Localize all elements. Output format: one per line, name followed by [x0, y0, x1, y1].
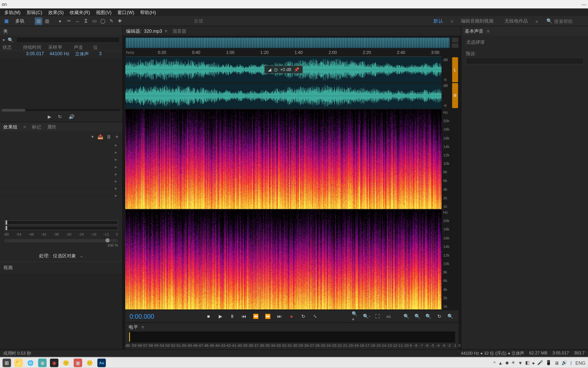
editor-tab-menu-icon[interactable]: ≡	[165, 28, 167, 33]
levels-meter[interactable]	[129, 331, 455, 342]
tab-properties[interactable]: 属性	[47, 124, 56, 130]
move-tool-icon[interactable]: ▸	[57, 17, 64, 25]
minimize-icon[interactable]: —	[582, 2, 586, 7]
process-dropdown[interactable]: 仅选区对象	[53, 252, 76, 259]
tray-bluetooth-icon[interactable]: ᛒ	[570, 360, 573, 365]
save-preset-icon[interactable]: 📥	[97, 134, 103, 139]
channel-label-right[interactable]: R	[452, 83, 458, 108]
stop-button[interactable]: ■	[205, 312, 212, 320]
razor-tool-icon[interactable]: ✂	[65, 17, 73, 25]
workspace-tab-radio[interactable]: 无线电作品	[501, 16, 531, 26]
waveform-channel-right[interactable]	[125, 83, 442, 109]
taskbar-app-icon[interactable]: ◉	[38, 358, 46, 367]
files-scrollbar[interactable]	[2, 109, 121, 111]
tab-effects-rack[interactable]: 效果组	[3, 124, 17, 130]
tray-icon[interactable]: 🖥	[554, 360, 559, 365]
taskbar-app-icon[interactable]: 🙂	[62, 358, 70, 367]
loop-button[interactable]: ↻	[300, 312, 307, 320]
tray-icon[interactable]: ◧	[525, 360, 530, 365]
forward-button[interactable]: ⏩	[264, 312, 272, 320]
workspace-menu-icon[interactable]: ≡	[451, 18, 454, 24]
dry-slider[interactable]	[4, 226, 118, 230]
zoom-out-v-icon[interactable]: 🔍	[414, 312, 421, 320]
files-column-headers[interactable]: 状态 持续时间 采样率 声道 位	[0, 44, 122, 51]
search-input[interactable]	[554, 18, 588, 24]
rewind-button[interactable]: ⏪	[252, 312, 260, 320]
zoom-in-v-icon[interactable]: 🔍	[402, 312, 410, 320]
zoom-refresh-icon[interactable]: ↻	[436, 312, 443, 320]
zoom-reset-icon[interactable]: 🔍	[425, 312, 432, 320]
pitch-display-icon[interactable]: ▥	[43, 17, 51, 25]
taskbar-start-icon[interactable]: ⊞	[3, 358, 11, 367]
workspace-overflow-icon[interactable]: »	[535, 18, 538, 24]
overview-zoom-icon[interactable]	[452, 38, 459, 42]
preset-dropdown-icon[interactable]: ▾	[91, 134, 94, 139]
feedback-label[interactable]: 反馈	[194, 18, 203, 24]
spectrogram-channel-left[interactable]	[125, 109, 442, 209]
gain-knob-icon[interactable]: ◷	[274, 67, 278, 72]
effect-slot[interactable]: ▸	[0, 185, 122, 192]
slip-tool-icon[interactable]: ↔	[74, 17, 81, 25]
record-button[interactable]: ●	[288, 312, 295, 320]
tab-markers[interactable]: 标记	[32, 124, 41, 130]
tray-up-icon[interactable]: ^	[493, 360, 496, 365]
menu-window[interactable]: 窗口(W)	[115, 8, 137, 16]
overview-list-icon[interactable]	[452, 43, 459, 48]
delete-preset-icon[interactable]: 🗑	[107, 134, 111, 139]
effect-slot[interactable]: ▸	[0, 149, 122, 156]
waveform-view-button[interactable]: ▦	[3, 17, 10, 25]
play-button[interactable]: ▶	[216, 312, 224, 320]
levels-menu-icon[interactable]: ≡	[141, 324, 144, 329]
menu-effects[interactable]: 效果(S)	[46, 8, 66, 16]
taskbar-audition-icon[interactable]: Au	[97, 358, 106, 367]
spectrogram-channel-right[interactable]	[125, 210, 442, 309]
play-icon[interactable]: ▶	[48, 114, 51, 120]
channel-label-left[interactable]: L	[452, 57, 458, 82]
zoom-selection-icon[interactable]: ▭	[385, 312, 393, 320]
spectral-display-icon[interactable]: ▤	[35, 17, 42, 25]
tray-icon[interactable]: ●	[532, 360, 535, 365]
workspace-tab-edit-audio[interactable]: 编辑音频到视频	[458, 16, 497, 26]
tray-icon[interactable]: ▼	[518, 360, 523, 365]
playhead-time[interactable]: 0:00.000	[130, 313, 172, 320]
menu-favorites[interactable]: 收藏夹(R)	[67, 8, 93, 16]
essential-sound-menu-icon[interactable]: ≡	[487, 28, 490, 33]
taskbar-explorer-icon[interactable]: 📁	[14, 358, 23, 367]
skip-start-button[interactable]: ⏮	[240, 312, 248, 320]
pin-icon[interactable]: 📌	[294, 67, 299, 72]
tray-icon[interactable]: 📱	[546, 360, 552, 365]
files-filter-icon[interactable]: ▾	[3, 37, 5, 43]
menu-view[interactable]: 视图(V)	[93, 8, 114, 16]
editor-tab[interactable]: 编辑器: 320.mp3 ≡	[126, 28, 167, 34]
timeline-ruler[interactable]: hms 0:20 0:40 1:00 1:20 1:40 2:00 2:20 2…	[125, 49, 442, 57]
time-select-icon[interactable]: Ꮖ	[82, 17, 90, 25]
wet-slider[interactable]	[4, 220, 118, 225]
mixer-tab[interactable]: 混音器	[173, 28, 187, 34]
brush-tool-icon[interactable]: ✎	[107, 17, 115, 25]
chevron-down-icon[interactable]: ⌄	[80, 253, 83, 258]
volume-hud[interactable]: ◢ ◷ +0 dB 📌	[264, 65, 303, 74]
heal-tool-icon[interactable]: ✚	[116, 17, 124, 25]
effect-slot[interactable]: ▸	[0, 156, 122, 163]
tray-icon[interactable]: ▲	[498, 360, 503, 365]
panel-menu-icon[interactable]: ≡	[23, 124, 26, 129]
file-row[interactable]: 3:05.017 44100 Hz 立体声 3	[0, 51, 122, 59]
effect-slot[interactable]: ▸	[0, 163, 122, 170]
preset-dropdown[interactable]	[466, 58, 584, 65]
effect-slot[interactable]: ▸	[0, 178, 122, 185]
workspace-tab-default[interactable]: 默认	[430, 16, 446, 26]
taskbar-app-icon[interactable]: ▣	[74, 358, 82, 367]
taskbar-chrome-icon[interactable]: 🌐	[26, 358, 35, 367]
mix-slider[interactable]	[4, 239, 118, 242]
multitrack-mode-label[interactable]: 多轨	[11, 18, 29, 24]
skip-selection-button[interactable]: ⤡	[311, 312, 319, 320]
effect-slot[interactable]: ▸	[0, 170, 122, 178]
tray-icon[interactable]: 🎤	[537, 360, 543, 365]
loop-icon[interactable]: ↻	[58, 114, 62, 120]
tray-icon[interactable]: ☀	[511, 360, 516, 365]
overview-waveform[interactable]	[125, 37, 450, 48]
files-search-input[interactable]	[16, 37, 120, 43]
zoom-custom-icon[interactable]: 🔍	[447, 312, 454, 320]
auto-play-icon[interactable]: 🔊	[69, 114, 75, 120]
marquee-tool-icon[interactable]: ▭	[91, 17, 98, 25]
